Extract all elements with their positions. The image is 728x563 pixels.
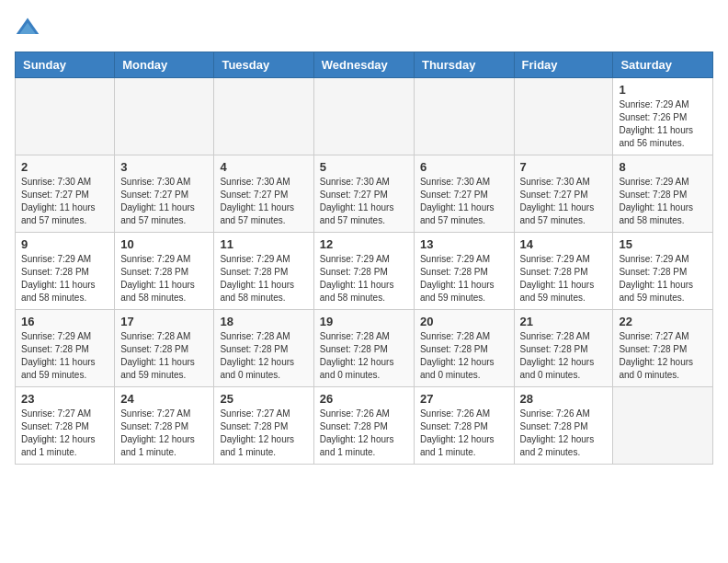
calendar-week-2: 2Sunrise: 7:30 AMSunset: 7:27 PMDaylight… bbox=[16, 155, 713, 233]
day-number: 28 bbox=[520, 392, 608, 406]
weekday-header-thursday: Thursday bbox=[414, 52, 514, 78]
calendar-cell bbox=[115, 78, 214, 155]
day-info: Sunrise: 7:28 AMSunset: 7:28 PMDaylight:… bbox=[220, 330, 307, 382]
calendar-cell: 9Sunrise: 7:29 AMSunset: 7:28 PMDaylight… bbox=[16, 233, 115, 310]
day-info: Sunrise: 7:28 AMSunset: 7:28 PMDaylight:… bbox=[320, 330, 408, 382]
day-info: Sunrise: 7:29 AMSunset: 7:28 PMDaylight:… bbox=[420, 253, 508, 304]
weekday-header-tuesday: Tuesday bbox=[214, 52, 313, 78]
day-number: 18 bbox=[220, 315, 307, 328]
calendar-cell bbox=[613, 387, 713, 465]
day-number: 22 bbox=[619, 315, 707, 328]
day-info: Sunrise: 7:29 AMSunset: 7:28 PMDaylight:… bbox=[619, 253, 707, 304]
calendar-cell: 4Sunrise: 7:30 AMSunset: 7:27 PMDaylight… bbox=[214, 155, 313, 233]
day-number: 21 bbox=[520, 315, 608, 328]
day-info: Sunrise: 7:27 AMSunset: 7:28 PMDaylight:… bbox=[120, 408, 208, 459]
day-info: Sunrise: 7:26 AMSunset: 7:28 PMDaylight:… bbox=[420, 408, 508, 459]
calendar-cell: 28Sunrise: 7:26 AMSunset: 7:28 PMDayligh… bbox=[514, 387, 613, 465]
day-number: 14 bbox=[520, 237, 608, 251]
day-number: 16 bbox=[21, 315, 108, 328]
weekday-header-wednesday: Wednesday bbox=[313, 52, 414, 78]
page-header bbox=[15, 15, 713, 40]
day-info: Sunrise: 7:30 AMSunset: 7:27 PMDaylight:… bbox=[320, 176, 408, 227]
calendar-cell: 20Sunrise: 7:28 AMSunset: 7:28 PMDayligh… bbox=[414, 310, 514, 387]
calendar-cell: 26Sunrise: 7:26 AMSunset: 7:28 PMDayligh… bbox=[313, 387, 414, 465]
calendar-cell: 3Sunrise: 7:30 AMSunset: 7:27 PMDaylight… bbox=[115, 155, 214, 233]
day-number: 6 bbox=[420, 160, 508, 174]
calendar-cell: 13Sunrise: 7:29 AMSunset: 7:28 PMDayligh… bbox=[414, 233, 514, 310]
day-number: 11 bbox=[220, 237, 307, 251]
calendar-week-5: 23Sunrise: 7:27 AMSunset: 7:28 PMDayligh… bbox=[16, 387, 713, 465]
day-info: Sunrise: 7:27 AMSunset: 7:28 PMDaylight:… bbox=[21, 408, 108, 459]
day-info: Sunrise: 7:29 AMSunset: 7:28 PMDaylight:… bbox=[21, 330, 108, 382]
day-number: 9 bbox=[21, 237, 108, 251]
day-number: 20 bbox=[420, 315, 508, 328]
calendar-cell: 8Sunrise: 7:29 AMSunset: 7:28 PMDaylight… bbox=[613, 155, 713, 233]
day-number: 2 bbox=[21, 160, 108, 174]
day-info: Sunrise: 7:29 AMSunset: 7:28 PMDaylight:… bbox=[320, 253, 408, 304]
calendar-cell bbox=[414, 78, 514, 155]
day-info: Sunrise: 7:29 AMSunset: 7:28 PMDaylight:… bbox=[520, 253, 608, 304]
calendar-cell: 6Sunrise: 7:30 AMSunset: 7:27 PMDaylight… bbox=[414, 155, 514, 233]
calendar-cell bbox=[214, 78, 313, 155]
weekday-header-friday: Friday bbox=[514, 52, 613, 78]
day-number: 1 bbox=[619, 83, 707, 97]
day-info: Sunrise: 7:30 AMSunset: 7:27 PMDaylight:… bbox=[520, 176, 608, 227]
weekday-header-monday: Monday bbox=[115, 52, 214, 78]
day-number: 10 bbox=[120, 237, 208, 251]
day-info: Sunrise: 7:29 AMSunset: 7:28 PMDaylight:… bbox=[21, 253, 108, 304]
day-number: 17 bbox=[120, 315, 208, 328]
calendar-cell bbox=[16, 78, 115, 155]
calendar-table: SundayMondayTuesdayWednesdayThursdayFrid… bbox=[15, 52, 713, 465]
calendar-cell: 2Sunrise: 7:30 AMSunset: 7:27 PMDaylight… bbox=[16, 155, 115, 233]
calendar-cell: 1Sunrise: 7:29 AMSunset: 7:26 PMDaylight… bbox=[613, 78, 713, 155]
day-info: Sunrise: 7:29 AMSunset: 7:28 PMDaylight:… bbox=[120, 253, 208, 304]
day-info: Sunrise: 7:30 AMSunset: 7:27 PMDaylight:… bbox=[120, 176, 208, 227]
calendar-cell: 18Sunrise: 7:28 AMSunset: 7:28 PMDayligh… bbox=[214, 310, 313, 387]
day-number: 24 bbox=[120, 392, 208, 406]
calendar-week-4: 16Sunrise: 7:29 AMSunset: 7:28 PMDayligh… bbox=[16, 310, 713, 387]
day-info: Sunrise: 7:30 AMSunset: 7:27 PMDaylight:… bbox=[220, 176, 307, 227]
calendar-cell: 10Sunrise: 7:29 AMSunset: 7:28 PMDayligh… bbox=[115, 233, 214, 310]
day-info: Sunrise: 7:27 AMSunset: 7:28 PMDaylight:… bbox=[220, 408, 307, 459]
calendar-cell: 27Sunrise: 7:26 AMSunset: 7:28 PMDayligh… bbox=[414, 387, 514, 465]
day-number: 15 bbox=[619, 237, 707, 251]
calendar-week-3: 9Sunrise: 7:29 AMSunset: 7:28 PMDaylight… bbox=[16, 233, 713, 310]
day-info: Sunrise: 7:26 AMSunset: 7:28 PMDaylight:… bbox=[520, 408, 608, 459]
calendar-cell: 22Sunrise: 7:27 AMSunset: 7:28 PMDayligh… bbox=[613, 310, 713, 387]
day-info: Sunrise: 7:28 AMSunset: 7:28 PMDaylight:… bbox=[120, 330, 208, 382]
calendar-cell: 7Sunrise: 7:30 AMSunset: 7:27 PMDaylight… bbox=[514, 155, 613, 233]
calendar-cell: 19Sunrise: 7:28 AMSunset: 7:28 PMDayligh… bbox=[313, 310, 414, 387]
day-number: 8 bbox=[619, 160, 707, 174]
day-number: 13 bbox=[420, 237, 508, 251]
day-info: Sunrise: 7:29 AMSunset: 7:28 PMDaylight:… bbox=[619, 176, 707, 227]
calendar-cell: 11Sunrise: 7:29 AMSunset: 7:28 PMDayligh… bbox=[214, 233, 313, 310]
weekday-header-saturday: Saturday bbox=[613, 52, 713, 78]
calendar-cell: 14Sunrise: 7:29 AMSunset: 7:28 PMDayligh… bbox=[514, 233, 613, 310]
day-number: 4 bbox=[220, 160, 307, 174]
calendar-cell: 25Sunrise: 7:27 AMSunset: 7:28 PMDayligh… bbox=[214, 387, 313, 465]
day-info: Sunrise: 7:27 AMSunset: 7:28 PMDaylight:… bbox=[619, 330, 707, 382]
day-number: 27 bbox=[420, 392, 508, 406]
calendar-cell bbox=[514, 78, 613, 155]
day-info: Sunrise: 7:28 AMSunset: 7:28 PMDaylight:… bbox=[420, 330, 508, 382]
calendar-cell: 24Sunrise: 7:27 AMSunset: 7:28 PMDayligh… bbox=[115, 387, 214, 465]
weekday-header-sunday: Sunday bbox=[16, 52, 115, 78]
calendar-cell: 23Sunrise: 7:27 AMSunset: 7:28 PMDayligh… bbox=[16, 387, 115, 465]
day-number: 23 bbox=[21, 392, 108, 406]
logo-icon bbox=[15, 15, 40, 40]
calendar-cell: 12Sunrise: 7:29 AMSunset: 7:28 PMDayligh… bbox=[313, 233, 414, 310]
day-info: Sunrise: 7:30 AMSunset: 7:27 PMDaylight:… bbox=[420, 176, 508, 227]
day-number: 5 bbox=[320, 160, 408, 174]
day-number: 12 bbox=[320, 237, 408, 251]
day-number: 26 bbox=[320, 392, 408, 406]
calendar-cell bbox=[313, 78, 414, 155]
calendar-header-row: SundayMondayTuesdayWednesdayThursdayFrid… bbox=[16, 52, 713, 78]
calendar-week-1: 1Sunrise: 7:29 AMSunset: 7:26 PMDaylight… bbox=[16, 78, 713, 155]
day-info: Sunrise: 7:26 AMSunset: 7:28 PMDaylight:… bbox=[320, 408, 408, 459]
calendar-cell: 17Sunrise: 7:28 AMSunset: 7:28 PMDayligh… bbox=[115, 310, 214, 387]
logo bbox=[15, 15, 44, 40]
day-info: Sunrise: 7:30 AMSunset: 7:27 PMDaylight:… bbox=[21, 176, 108, 227]
calendar-cell: 16Sunrise: 7:29 AMSunset: 7:28 PMDayligh… bbox=[16, 310, 115, 387]
calendar-cell: 21Sunrise: 7:28 AMSunset: 7:28 PMDayligh… bbox=[514, 310, 613, 387]
day-info: Sunrise: 7:29 AMSunset: 7:28 PMDaylight:… bbox=[220, 253, 307, 304]
